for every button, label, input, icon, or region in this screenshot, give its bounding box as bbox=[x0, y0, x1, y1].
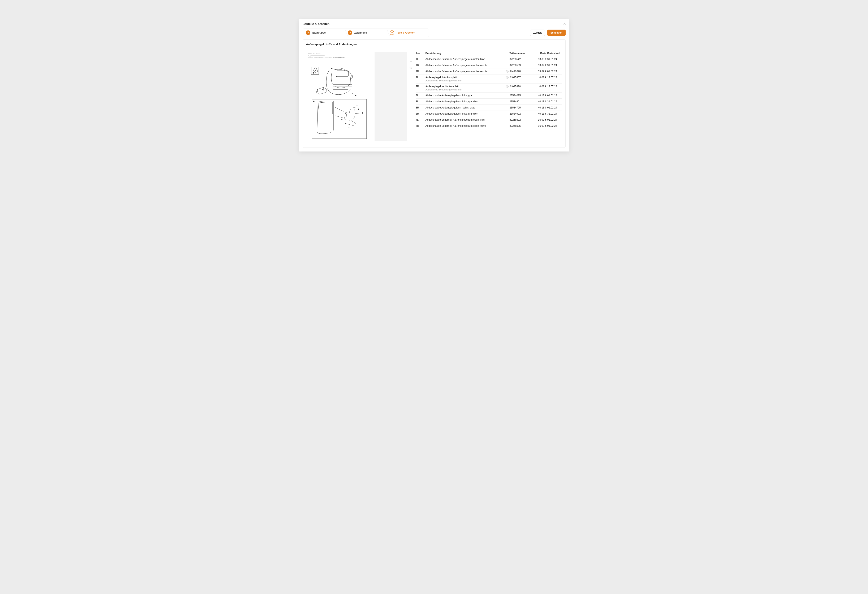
table-row[interactable]: 3LAbdeckhaube Außenspiegelarm links, gra… bbox=[416, 92, 562, 98]
step-number: 03 bbox=[390, 30, 394, 35]
step-label: Zeichnung bbox=[354, 31, 367, 34]
svg-text:A: A bbox=[355, 95, 357, 96]
modal-title: Bauteile & Arbeiten bbox=[303, 22, 565, 26]
cell-price: 40,13 € bbox=[533, 106, 546, 109]
cell-partno: 82268553 bbox=[509, 64, 533, 67]
zoom-reset-button[interactable] bbox=[409, 66, 413, 70]
breadcrumb-stepper: Baugruppe Zeichnung 03 Teile & Arbeiten bbox=[303, 28, 429, 37]
exploded-drawing[interactable]: 6 A A bbox=[306, 61, 367, 141]
cell-description: Abdeckhaube Scharnier Außenspiegelarm un… bbox=[425, 70, 503, 73]
back-button[interactable]: Zurück bbox=[530, 30, 545, 36]
drawing-zoom-slider[interactable] bbox=[308, 55, 325, 56]
zoom-in-button[interactable] bbox=[409, 53, 413, 57]
parts-table: Pos. Bezeichnung Teilenummer Preis Preis… bbox=[416, 52, 562, 141]
cell-partno: 82268522 bbox=[509, 118, 533, 121]
cell-pricedate: 31.01.24 bbox=[547, 58, 562, 61]
table-row[interactable]: 7LAbdeckhaube Scharnier Außenspiegelarm … bbox=[416, 117, 562, 123]
cell-price: 16,93 € bbox=[533, 124, 546, 127]
cell-pos: 7L bbox=[416, 118, 425, 121]
cell-pricedate: 01.02.24 bbox=[547, 94, 562, 97]
col-pricedate: Preisstand bbox=[547, 52, 562, 55]
cell-pos: 1R bbox=[416, 70, 425, 73]
cell-pos: 3R bbox=[416, 106, 425, 109]
cell-price: 40,13 € bbox=[533, 112, 546, 115]
parts-modal: Bauteile & Arbeiten Baugruppe Zeichnung … bbox=[299, 19, 569, 152]
cell-description: Abdeckhaube Scharnier Außenspiegelarm un… bbox=[425, 64, 503, 67]
info-icon bbox=[506, 76, 509, 79]
cell-price: 40,13 € bbox=[533, 100, 546, 103]
step-label: Baugruppe bbox=[313, 31, 326, 34]
cell-pos: 2R bbox=[416, 85, 425, 88]
svg-text:4: 4 bbox=[348, 127, 350, 129]
svg-rect-1 bbox=[336, 71, 348, 77]
svg-text:1: 1 bbox=[355, 123, 356, 124]
cell-pricedate: 01.02.24 bbox=[547, 106, 562, 109]
table-row[interactable]: 1RAbdeckhaube Scharnier Außenspiegelarm … bbox=[416, 62, 562, 68]
cell-description: Außenspiegel rechts komplettAusführliche… bbox=[425, 85, 503, 91]
cell-partno: 82268525 bbox=[509, 124, 533, 127]
plus-icon bbox=[409, 54, 412, 57]
parts-table-head: Pos. Bezeichnung Teilenummer Preis Preis… bbox=[416, 52, 562, 56]
step-label: Teile & Arbeiten bbox=[396, 31, 415, 34]
col-description: Bezeichnung bbox=[425, 52, 503, 55]
cell-price: 40,13 € bbox=[533, 94, 546, 97]
cell-partno: 24015307 bbox=[509, 76, 533, 79]
table-row[interactable]: 1LAbdeckhaube Scharnier Außenspiegelarm … bbox=[416, 56, 562, 62]
cell-partno: 23584015 bbox=[509, 94, 533, 97]
cell-info[interactable] bbox=[504, 76, 509, 79]
info-icon bbox=[506, 70, 509, 73]
table-row[interactable]: 7RAbdeckhaube Scharnier Außenspiegelarm … bbox=[416, 123, 562, 129]
drawing-render-pane[interactable] bbox=[375, 52, 407, 141]
info-icon bbox=[506, 85, 509, 88]
cell-pos: 2L bbox=[416, 76, 425, 79]
drawing-meta-id: Spiegel (Fahrerhaus) (Kennung: "B-129488… bbox=[308, 56, 373, 58]
cell-description: Abdeckhaube Außenspiegelarm links, grau bbox=[425, 94, 503, 97]
cell-price: 0,01 € bbox=[533, 76, 546, 79]
cell-description: Abdeckhaube Scharnier Außenspiegelarm un… bbox=[425, 58, 503, 61]
table-row[interactable]: 1RAbdeckhaube Scharnier Außenspiegelarm … bbox=[416, 68, 562, 74]
table-row[interactable]: 3RAbdeckhaube Außenspiegelarm rechts, gr… bbox=[416, 105, 562, 111]
cell-description: Abdeckhaube Außenspiegelarm rechts, grau bbox=[425, 106, 503, 109]
svg-text:A: A bbox=[313, 100, 314, 102]
cell-price: 16,93 € bbox=[533, 118, 546, 121]
table-row[interactable]: 3LAbdeckhaube Außenspiegelarm links, gru… bbox=[416, 98, 562, 105]
cell-pricedate: 12.07.24 bbox=[547, 85, 562, 88]
zoom-out-button[interactable] bbox=[409, 59, 413, 64]
cell-pos: 1R bbox=[416, 64, 425, 67]
cell-description: Außenspiegel links komplettAusführliche … bbox=[425, 76, 503, 82]
table-row[interactable]: 2LAußenspiegel links komplettAusführlich… bbox=[416, 74, 562, 83]
cell-pricedate: 01.02.24 bbox=[547, 124, 562, 127]
step-baugruppe[interactable]: Baugruppe bbox=[303, 29, 345, 37]
cell-description: Abdeckhaube Außenspiegelarm links, grund… bbox=[425, 112, 503, 115]
cell-info[interactable] bbox=[504, 85, 509, 88]
stepper-row: Baugruppe Zeichnung 03 Teile & Arbeiten … bbox=[303, 28, 565, 37]
col-partno: Teilenummer bbox=[509, 52, 533, 55]
modal-close-button[interactable] bbox=[562, 22, 567, 26]
content-card: Außenspiegel Li+Re und Abdeckungen IMPAC… bbox=[303, 40, 565, 148]
step-teile-arbeiten[interactable]: 03 Teile & Arbeiten bbox=[387, 29, 429, 37]
cell-pos: 3R bbox=[416, 112, 425, 115]
col-pos: Pos. bbox=[416, 52, 425, 55]
table-row[interactable]: 3RAbdeckhaube Außenspiegelarm links, gru… bbox=[416, 111, 562, 117]
cell-pricedate: 31.01.24 bbox=[547, 112, 562, 115]
svg-rect-4 bbox=[312, 99, 366, 139]
table-row[interactable]: 2RAußenspiegel rechts komplettAusführlic… bbox=[416, 83, 562, 92]
cell-pricedate: 01.02.24 bbox=[547, 118, 562, 121]
cell-partno: 24015318 bbox=[509, 85, 533, 88]
close-icon bbox=[562, 22, 567, 26]
col-price: Preis bbox=[533, 52, 546, 55]
cell-info[interactable] bbox=[504, 70, 509, 73]
step-zeichnung[interactable]: Zeichnung bbox=[345, 29, 387, 37]
drawing-meta-version: IMPACT 4.07.170 bbox=[308, 53, 373, 55]
close-button[interactable]: Schließen bbox=[547, 30, 565, 36]
drawing-zoom-controls bbox=[409, 52, 413, 141]
cell-pricedate: 31.01.24 bbox=[547, 100, 562, 103]
cell-partno: 84412698 bbox=[509, 70, 533, 73]
svg-text:3: 3 bbox=[341, 118, 342, 120]
svg-text:7: 7 bbox=[357, 105, 357, 107]
check-icon bbox=[348, 30, 352, 35]
svg-text:5: 5 bbox=[362, 112, 363, 114]
cell-price: 33,89 € bbox=[533, 58, 546, 61]
cell-pricedate: 12.07.24 bbox=[547, 76, 562, 79]
cell-partno: 23584901 bbox=[509, 100, 533, 103]
